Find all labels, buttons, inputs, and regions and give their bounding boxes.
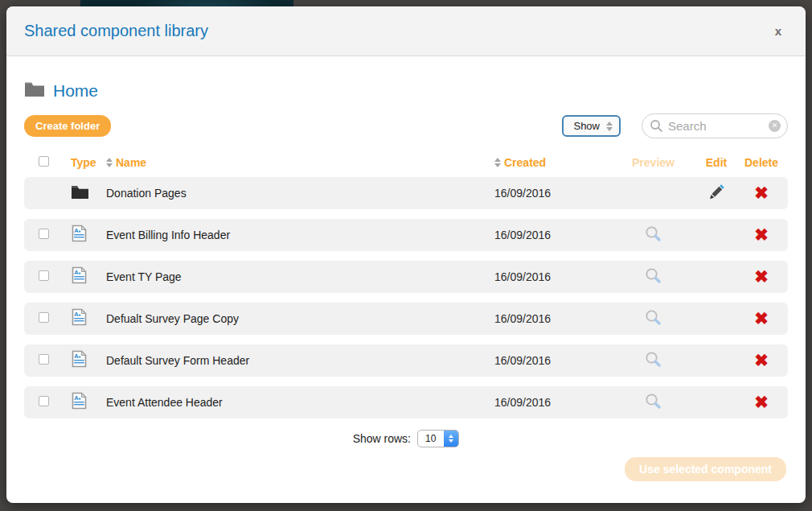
table-row[interactable]: A Donation Pages 16/09/2016 bbox=[24, 177, 788, 209]
table-row[interactable]: A Event Billing Info Header 16/09/2016 bbox=[24, 219, 788, 251]
svg-text:A: A bbox=[74, 394, 79, 402]
column-header-delete: Delete bbox=[741, 156, 781, 169]
rows-per-page-value: 10 bbox=[418, 433, 444, 444]
table-row[interactable]: A Event Attendee Header 16/09/2016 bbox=[24, 386, 788, 418]
use-selected-component-button[interactable]: Use selected component bbox=[625, 457, 786, 481]
svg-text:A: A bbox=[74, 269, 79, 276]
row-checkbox[interactable] bbox=[39, 229, 49, 239]
svg-text:A: A bbox=[74, 227, 79, 234]
delete-icon[interactable]: ✖ bbox=[754, 352, 769, 369]
document-icon: A bbox=[71, 308, 88, 326]
show-rows-label: Show rows: bbox=[353, 432, 411, 445]
modal-header: Shared component library x bbox=[6, 6, 806, 56]
delete-icon[interactable]: ✖ bbox=[754, 226, 769, 243]
edit-icon[interactable] bbox=[707, 183, 726, 201]
preview-icon[interactable] bbox=[644, 392, 662, 410]
row-name: Donation Pages bbox=[106, 187, 494, 200]
row-name: Event Attendee Header bbox=[106, 396, 494, 409]
row-created-date: 16/09/2016 bbox=[494, 396, 615, 409]
document-icon: A bbox=[71, 266, 88, 284]
svg-text:A: A bbox=[74, 311, 79, 318]
column-header-type: Type bbox=[71, 156, 106, 169]
row-name: Default Survey Form Header bbox=[106, 354, 494, 367]
delete-icon[interactable]: ✖ bbox=[754, 268, 769, 285]
row-checkbox[interactable] bbox=[39, 396, 49, 406]
folder-icon bbox=[24, 80, 45, 101]
table-body: A Donation Pages 16/09/2016 bbox=[24, 177, 788, 418]
select-stepper-icon bbox=[444, 430, 458, 447]
create-folder-button[interactable]: Create folder bbox=[24, 115, 111, 137]
row-created-date: 16/09/2016 bbox=[494, 187, 615, 200]
row-name: Event TY Page bbox=[106, 270, 494, 283]
delete-icon[interactable]: ✖ bbox=[754, 184, 769, 201]
row-created-date: 16/09/2016 bbox=[494, 270, 615, 283]
column-header-preview: Preview bbox=[615, 156, 691, 169]
row-checkbox[interactable] bbox=[39, 354, 49, 365]
preview-icon[interactable] bbox=[644, 350, 662, 369]
svg-text:A: A bbox=[74, 352, 79, 360]
page-title: Home bbox=[53, 81, 98, 101]
close-icon[interactable]: x bbox=[775, 25, 781, 37]
delete-icon[interactable]: ✖ bbox=[754, 310, 769, 327]
breadcrumb: Home bbox=[24, 80, 788, 101]
row-created-date: 16/09/2016 bbox=[494, 312, 615, 325]
search-icon bbox=[650, 119, 663, 136]
preview-icon[interactable] bbox=[644, 266, 662, 285]
select-all-checkbox[interactable] bbox=[39, 156, 49, 167]
rows-per-page-select[interactable]: 10 bbox=[417, 430, 459, 447]
sort-icon bbox=[106, 158, 113, 167]
shared-component-library-modal: Shared component library x Home Create f… bbox=[6, 6, 806, 503]
document-icon: A bbox=[71, 392, 88, 410]
row-name: Defualt Survey Page Copy bbox=[106, 312, 494, 325]
preview-icon[interactable] bbox=[644, 308, 662, 327]
table-row[interactable]: A Event TY Page 16/09/2016 bbox=[24, 261, 788, 293]
document-icon: A bbox=[71, 350, 88, 368]
row-name: Event Billing Info Header bbox=[106, 229, 494, 241]
column-header-created[interactable]: Created bbox=[494, 156, 615, 169]
preview-icon[interactable] bbox=[644, 225, 662, 243]
document-icon: A bbox=[71, 225, 88, 242]
column-header-edit: Edit bbox=[691, 156, 741, 169]
folder-icon bbox=[71, 184, 89, 200]
row-created-date: 16/09/2016 bbox=[494, 354, 615, 367]
modal-title: Shared component library bbox=[24, 22, 208, 40]
table-row[interactable]: A Defualt Survey Page Copy 16/09/2016 bbox=[24, 303, 788, 335]
column-header-name[interactable]: Name bbox=[106, 156, 494, 169]
sort-icon bbox=[494, 158, 501, 167]
table-header-row: Type Name Created Preview Edit Delete bbox=[24, 153, 788, 172]
table-row[interactable]: A Default Survey Form Header 16/09/2016 bbox=[24, 344, 788, 377]
row-checkbox[interactable] bbox=[39, 312, 49, 323]
row-created-date: 16/09/2016 bbox=[494, 229, 615, 241]
chevron-updown-icon bbox=[606, 122, 613, 131]
search-input[interactable] bbox=[642, 113, 788, 138]
row-checkbox[interactable] bbox=[39, 270, 49, 281]
show-dropdown-label: Show bbox=[573, 120, 600, 132]
show-dropdown[interactable]: Show bbox=[562, 115, 621, 137]
delete-icon[interactable]: ✖ bbox=[754, 394, 769, 410]
clear-search-icon[interactable]: ✕ bbox=[769, 120, 781, 132]
